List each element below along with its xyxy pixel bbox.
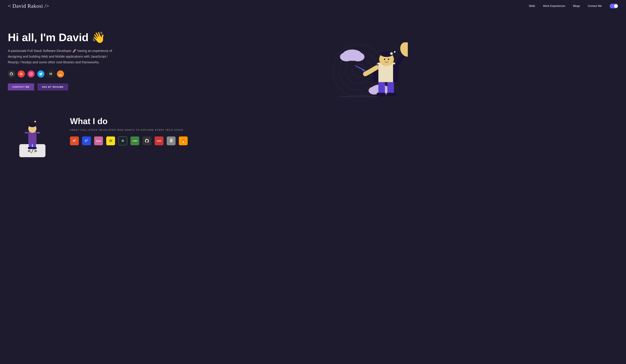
hero-description: A passionate Full Stack Software Develop…	[8, 48, 113, 65]
instagram-icon[interactable]	[28, 70, 35, 77]
svg-point-23	[382, 53, 384, 55]
html5-icon: H5	[70, 136, 79, 145]
svg-rect-17	[377, 93, 386, 96]
google-icon[interactable]: G	[18, 70, 25, 77]
nav-blogs[interactable]: Blogs	[573, 4, 580, 8]
toggle-knob	[614, 4, 618, 8]
svg-rect-45	[25, 132, 29, 133]
svg-point-33	[394, 51, 395, 53]
contact-me-button[interactable]: CONTACT ME	[8, 83, 34, 90]
svg-point-40	[34, 121, 36, 122]
css3-icon: C3	[82, 136, 91, 145]
npm-icon: npm	[155, 136, 163, 145]
database-icon: 🗄	[167, 136, 176, 145]
svg-rect-29	[406, 42, 408, 47]
hero-content: Hi all, I'm David 👋 A passionate Full St…	[8, 31, 113, 90]
what-i-do-section: </>	[0, 107, 626, 166]
svg-rect-43	[28, 147, 33, 149]
hero-section: Hi all, I'm David 👋 A passionate Full St…	[0, 12, 626, 107]
social-icons: G M	[8, 70, 113, 77]
developer-illustration	[323, 27, 408, 99]
see-resume-button[interactable]: SEE MY RESUME	[38, 83, 68, 90]
illustration-container	[323, 27, 408, 95]
what-i-do-left: </>	[8, 116, 57, 160]
theme-toggle[interactable]	[610, 4, 618, 8]
stackoverflow-icon[interactable]	[57, 70, 64, 77]
javascript-icon: JS	[106, 136, 115, 145]
firebase-icon: 🔥	[179, 136, 188, 145]
nodejs-icon: node	[130, 136, 139, 145]
svg-point-11	[352, 52, 364, 61]
hero-title: Hi all, I'm David 👋	[8, 31, 113, 43]
svg-rect-46	[36, 132, 40, 133]
nav-contact-me[interactable]: Contact Me	[588, 4, 602, 8]
hero-buttons: CONTACT ME SEE MY RESUME	[8, 83, 113, 90]
svg-point-25	[384, 59, 385, 60]
hero-illustration	[113, 27, 618, 95]
svg-marker-8	[362, 68, 365, 71]
twitter-icon[interactable]	[37, 70, 44, 77]
svg-rect-36	[28, 131, 37, 144]
svg-rect-18	[387, 93, 396, 96]
nav-links: Skills Work Experiences Blogs Contact Me	[529, 4, 618, 8]
github2-icon	[143, 136, 151, 145]
what-i-do-subtitle: CRAZY FULL STACK DEVELOPER WHO WANTS TO …	[70, 129, 618, 131]
react-icon: ⚛	[118, 136, 127, 145]
sass-icon: Sass	[94, 136, 103, 145]
svg-point-26	[388, 59, 389, 60]
nav-skills[interactable]: Skills	[529, 4, 535, 8]
person-small-illustration: </>	[9, 116, 55, 160]
nav-work-experiences[interactable]: Work Experiences	[543, 4, 565, 8]
tech-icons-row: H5 C3 Sass JS ⚛ node	[70, 136, 618, 145]
logo[interactable]: < David Rakosi />	[8, 3, 49, 9]
svg-point-38	[29, 123, 36, 127]
github-icon[interactable]	[8, 70, 15, 77]
svg-point-10	[340, 52, 353, 61]
what-i-do-title: What I do	[70, 116, 618, 126]
medium-icon[interactable]: M	[47, 70, 54, 77]
svg-rect-44	[32, 147, 37, 149]
navbar: < David Rakosi /> Skills Work Experience…	[0, 0, 626, 12]
svg-point-32	[390, 52, 393, 55]
what-i-do-right: What I do CRAZY FULL STACK DEVELOPER WHO…	[70, 116, 618, 145]
